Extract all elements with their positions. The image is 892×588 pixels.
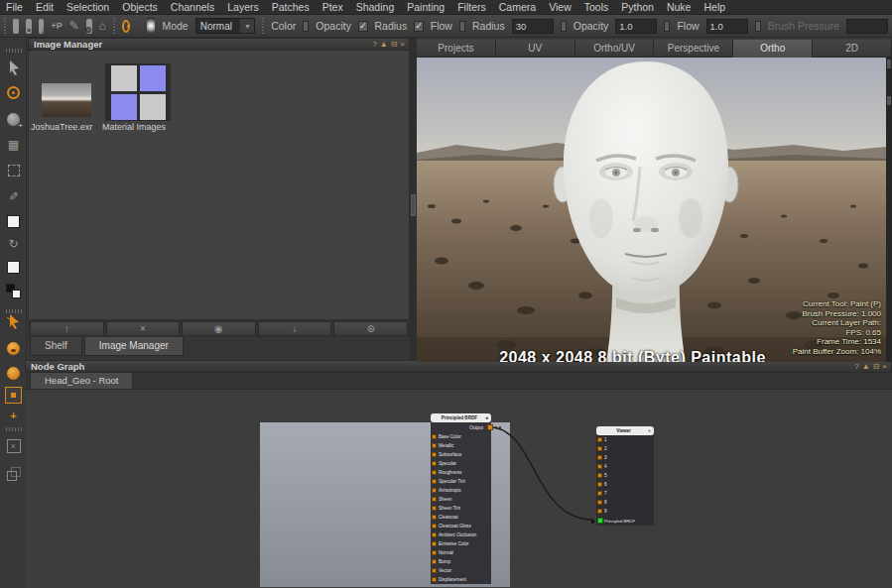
input-port[interactable] bbox=[597, 455, 602, 460]
menu-edit[interactable]: Edit bbox=[36, 1, 54, 13]
menu-painting[interactable]: Painting bbox=[407, 1, 445, 13]
connected-input-port[interactable] bbox=[597, 518, 603, 524]
strip-handle[interactable] bbox=[887, 96, 891, 105]
menu-shading[interactable]: Shading bbox=[356, 1, 395, 13]
input-port[interactable] bbox=[432, 541, 437, 546]
tab-ortho-uv[interactable]: Ortho/UV bbox=[575, 40, 655, 58]
radius-pressure-checkbox[interactable]: ✓ bbox=[414, 21, 424, 32]
menu-help[interactable]: Help bbox=[703, 1, 725, 13]
input-port[interactable] bbox=[597, 437, 602, 442]
menu-patches[interactable]: Patches bbox=[272, 1, 310, 13]
foreground-color-swatch[interactable] bbox=[0, 211, 27, 231]
input-port[interactable] bbox=[432, 515, 437, 520]
close-icon[interactable]: × bbox=[400, 41, 405, 49]
marquee-select-tool[interactable] bbox=[0, 161, 27, 180]
transform-tool[interactable] bbox=[0, 311, 27, 331]
add-input-icon[interactable]: + bbox=[648, 428, 651, 433]
background-color-swatch[interactable] bbox=[0, 257, 27, 277]
brush-tip-preview[interactable] bbox=[147, 17, 155, 35]
opacity-lock-checkbox[interactable] bbox=[664, 21, 670, 32]
menu-filters[interactable]: Filters bbox=[457, 1, 486, 13]
close-icon[interactable]: × bbox=[882, 363, 887, 371]
tab-perspective[interactable]: Perspective bbox=[654, 40, 733, 58]
principled-brdf-node[interactable]: Principled BRDF ● Output Base Color Meta… bbox=[431, 413, 491, 584]
input-port[interactable] bbox=[432, 559, 437, 564]
paint-brush-icon[interactable]: ✎ bbox=[69, 19, 79, 34]
output-port[interactable] bbox=[487, 424, 493, 430]
open-image-button[interactable]: ↑ bbox=[30, 321, 104, 336]
blur-tool[interactable] bbox=[0, 109, 27, 129]
input-port[interactable] bbox=[432, 568, 437, 573]
image-manager-titlebar[interactable]: Image Manager ? ▲ ⊟ × bbox=[28, 38, 410, 51]
opacity-pressure-checkbox[interactable]: ✓ bbox=[358, 21, 368, 32]
input-port[interactable] bbox=[432, 497, 437, 502]
bake-icon[interactable]: ⌂ bbox=[99, 19, 106, 34]
input-port[interactable] bbox=[432, 532, 437, 537]
help-icon[interactable]: ? bbox=[372, 41, 376, 49]
input-port[interactable] bbox=[432, 506, 437, 511]
swap-colors-button[interactable]: ↻ bbox=[0, 234, 27, 254]
save-image-button[interactable]: ↓ bbox=[258, 321, 332, 336]
flow-input[interactable] bbox=[706, 19, 748, 34]
input-port[interactable] bbox=[432, 524, 437, 529]
tab-head-geo-root[interactable]: Head_Geo - Root bbox=[30, 372, 133, 389]
input-port[interactable] bbox=[597, 464, 602, 469]
input-port[interactable] bbox=[597, 500, 602, 505]
tab-shelf[interactable]: Shelf bbox=[30, 337, 82, 356]
menu-tools[interactable]: Tools bbox=[584, 1, 609, 13]
brush-pressure-input[interactable] bbox=[846, 19, 888, 34]
menu-camera[interactable]: Camera bbox=[499, 1, 536, 13]
delete-patch-button[interactable]: × bbox=[0, 436, 27, 456]
import-settings-icon[interactable]: ⚙ bbox=[86, 19, 92, 34]
menu-python[interactable]: Python bbox=[621, 1, 654, 13]
collapse-icon[interactable]: ▲ bbox=[862, 363, 870, 371]
patch-tool-selected[interactable] bbox=[0, 385, 27, 405]
menu-nuke[interactable]: Nuke bbox=[667, 1, 692, 13]
viewer-node[interactable]: Viewer + 1 2 3 4 5 6 7 8 9 Princi bbox=[596, 426, 654, 526]
input-port[interactable] bbox=[597, 491, 602, 496]
tab-ortho[interactable]: Ortho bbox=[733, 40, 813, 58]
close-image-button[interactable]: × bbox=[106, 321, 181, 336]
close-project-icon[interactable]: × bbox=[26, 19, 32, 34]
help-icon[interactable]: ? bbox=[854, 363, 858, 371]
tab-projects[interactable]: Projects bbox=[417, 40, 496, 58]
toolbar-drag-handle[interactable] bbox=[262, 18, 264, 34]
input-port[interactable] bbox=[597, 509, 602, 514]
input-port[interactable] bbox=[432, 434, 437, 439]
input-port[interactable] bbox=[597, 482, 602, 487]
menu-file[interactable]: File bbox=[6, 1, 23, 13]
menu-view[interactable]: View bbox=[549, 1, 572, 13]
node-graph-canvas[interactable]: Principled BRDF ● Output Base Color Meta… bbox=[25, 390, 892, 587]
menu-objects[interactable]: Objects bbox=[122, 1, 158, 13]
warp-tool[interactable]: ▦ bbox=[0, 135, 27, 155]
select-tool[interactable] bbox=[0, 58, 27, 77]
input-port[interactable] bbox=[432, 577, 437, 582]
duplicate-patch-button[interactable] bbox=[0, 464, 27, 484]
paint-canvas[interactable]: Current Tool: Paint (P) Brush Pressure: … bbox=[417, 58, 886, 362]
opacity-input[interactable] bbox=[615, 19, 657, 34]
blend-mode-select[interactable]: Normal ▼ bbox=[195, 18, 256, 34]
color-pair-swatch[interactable] bbox=[0, 281, 27, 300]
toolbar-drag-handle[interactable] bbox=[113, 18, 115, 34]
input-port[interactable] bbox=[432, 488, 437, 493]
ptex-icon[interactable]: +P bbox=[51, 21, 62, 31]
radius-lock-checkbox[interactable] bbox=[561, 21, 567, 32]
input-port[interactable] bbox=[432, 550, 437, 555]
save-project-icon[interactable]: ↓ bbox=[39, 19, 45, 34]
input-port[interactable] bbox=[432, 452, 437, 457]
node-menu-icon[interactable]: ● bbox=[485, 415, 488, 420]
menu-ptex[interactable]: Ptex bbox=[322, 1, 343, 13]
object-visibility-tool[interactable] bbox=[0, 338, 27, 358]
menu-selection[interactable]: Selection bbox=[66, 1, 109, 13]
image-thumbnail-joshuatree[interactable] bbox=[42, 83, 91, 117]
tab-2d[interactable]: 2D bbox=[813, 40, 892, 58]
strip-handle[interactable] bbox=[887, 59, 891, 68]
radius-input[interactable] bbox=[512, 19, 554, 34]
input-port[interactable] bbox=[597, 446, 602, 451]
new-project-icon[interactable] bbox=[13, 19, 19, 34]
view-image-button[interactable]: ◉ bbox=[182, 321, 256, 336]
toolbar-drag-handle[interactable] bbox=[4, 18, 6, 34]
float-icon[interactable]: ⊟ bbox=[391, 41, 398, 49]
object-tool[interactable] bbox=[0, 363, 27, 383]
paint-tool[interactable] bbox=[0, 82, 27, 102]
